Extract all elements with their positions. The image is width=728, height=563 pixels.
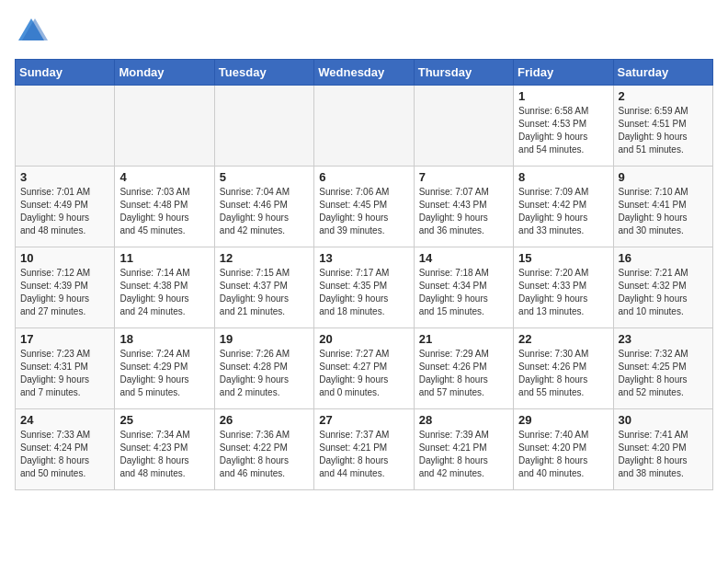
day-number: 8 bbox=[518, 170, 608, 184]
day-number: 11 bbox=[119, 251, 209, 265]
calendar-week-row: 17Sunrise: 7:23 AM Sunset: 4:31 PM Dayli… bbox=[16, 328, 713, 409]
calendar-cell: 29Sunrise: 7:40 AM Sunset: 4:20 PM Dayli… bbox=[514, 409, 613, 490]
day-number: 5 bbox=[220, 170, 309, 184]
day-info: Sunrise: 7:06 AM Sunset: 4:45 PM Dayligh… bbox=[319, 186, 408, 237]
day-number: 6 bbox=[319, 170, 408, 184]
day-number: 17 bbox=[20, 332, 109, 346]
calendar-week-row: 24Sunrise: 7:33 AM Sunset: 4:24 PM Dayli… bbox=[16, 409, 713, 490]
day-info: Sunrise: 7:29 AM Sunset: 4:26 PM Dayligh… bbox=[419, 348, 508, 399]
calendar-cell: 27Sunrise: 7:37 AM Sunset: 4:21 PM Dayli… bbox=[314, 409, 414, 490]
day-info: Sunrise: 7:32 AM Sunset: 4:25 PM Dayligh… bbox=[619, 348, 708, 399]
calendar-cell: 10Sunrise: 7:12 AM Sunset: 4:39 PM Dayli… bbox=[16, 247, 115, 328]
day-info: Sunrise: 7:01 AM Sunset: 4:49 PM Dayligh… bbox=[20, 186, 109, 237]
day-number: 26 bbox=[220, 413, 309, 427]
calendar-cell bbox=[16, 86, 115, 167]
day-info: Sunrise: 7:14 AM Sunset: 4:38 PM Dayligh… bbox=[119, 267, 209, 318]
calendar-cell: 21Sunrise: 7:29 AM Sunset: 4:26 PM Dayli… bbox=[414, 328, 513, 409]
day-info: Sunrise: 6:59 AM Sunset: 4:51 PM Dayligh… bbox=[619, 105, 708, 156]
day-number: 21 bbox=[419, 332, 508, 346]
calendar-cell: 22Sunrise: 7:30 AM Sunset: 4:26 PM Dayli… bbox=[514, 328, 613, 409]
calendar-cell: 2Sunrise: 6:59 AM Sunset: 4:51 PM Daylig… bbox=[613, 86, 712, 167]
day-info: Sunrise: 7:17 AM Sunset: 4:35 PM Dayligh… bbox=[319, 267, 408, 318]
calendar-cell: 24Sunrise: 7:33 AM Sunset: 4:24 PM Dayli… bbox=[16, 409, 115, 490]
day-number: 27 bbox=[319, 413, 408, 427]
day-number: 2 bbox=[619, 89, 708, 103]
day-info: Sunrise: 7:24 AM Sunset: 4:29 PM Dayligh… bbox=[119, 348, 209, 399]
day-number: 13 bbox=[319, 251, 408, 265]
calendar-cell: 5Sunrise: 7:04 AM Sunset: 4:46 PM Daylig… bbox=[214, 167, 313, 247]
calendar-table: SundayMondayTuesdayWednesdayThursdayFrid… bbox=[15, 59, 713, 490]
logo bbox=[15, 15, 51, 48]
day-info: Sunrise: 7:37 AM Sunset: 4:21 PM Dayligh… bbox=[319, 429, 408, 480]
day-info: Sunrise: 7:40 AM Sunset: 4:20 PM Dayligh… bbox=[518, 429, 608, 480]
calendar-cell: 12Sunrise: 7:15 AM Sunset: 4:37 PM Dayli… bbox=[214, 247, 313, 328]
calendar-cell: 25Sunrise: 7:34 AM Sunset: 4:23 PM Dayli… bbox=[115, 409, 214, 490]
day-info: Sunrise: 7:34 AM Sunset: 4:23 PM Dayligh… bbox=[119, 429, 209, 480]
day-info: Sunrise: 7:39 AM Sunset: 4:21 PM Dayligh… bbox=[419, 429, 508, 480]
day-number: 25 bbox=[119, 413, 209, 427]
calendar-cell: 11Sunrise: 7:14 AM Sunset: 4:38 PM Dayli… bbox=[115, 247, 214, 328]
calendar-cell: 19Sunrise: 7:26 AM Sunset: 4:28 PM Dayli… bbox=[214, 328, 313, 409]
day-number: 22 bbox=[518, 332, 608, 346]
calendar-cell: 13Sunrise: 7:17 AM Sunset: 4:35 PM Dayli… bbox=[314, 247, 414, 328]
day-info: Sunrise: 7:41 AM Sunset: 4:20 PM Dayligh… bbox=[619, 429, 708, 480]
day-info: Sunrise: 7:15 AM Sunset: 4:37 PM Dayligh… bbox=[220, 267, 309, 318]
calendar-cell: 26Sunrise: 7:36 AM Sunset: 4:22 PM Dayli… bbox=[214, 409, 313, 490]
weekday-header-friday: Friday bbox=[514, 60, 613, 86]
weekday-header-thursday: Thursday bbox=[414, 60, 513, 86]
calendar-cell: 6Sunrise: 7:06 AM Sunset: 4:45 PM Daylig… bbox=[314, 167, 414, 247]
calendar-cell: 23Sunrise: 7:32 AM Sunset: 4:25 PM Dayli… bbox=[613, 328, 712, 409]
day-info: Sunrise: 7:09 AM Sunset: 4:42 PM Dayligh… bbox=[518, 186, 608, 237]
weekday-header-sunday: Sunday bbox=[16, 60, 115, 86]
calendar-cell: 1Sunrise: 6:58 AM Sunset: 4:53 PM Daylig… bbox=[514, 86, 613, 167]
calendar-week-row: 3Sunrise: 7:01 AM Sunset: 4:49 PM Daylig… bbox=[16, 167, 713, 247]
day-number: 7 bbox=[419, 170, 508, 184]
day-number: 1 bbox=[518, 89, 608, 103]
day-info: Sunrise: 7:10 AM Sunset: 4:41 PM Dayligh… bbox=[619, 186, 708, 237]
logo-icon bbox=[15, 15, 48, 48]
calendar-cell: 18Sunrise: 7:24 AM Sunset: 4:29 PM Dayli… bbox=[115, 328, 214, 409]
calendar-cell: 14Sunrise: 7:18 AM Sunset: 4:34 PM Dayli… bbox=[414, 247, 513, 328]
calendar-cell: 30Sunrise: 7:41 AM Sunset: 4:20 PM Dayli… bbox=[613, 409, 712, 490]
day-info: Sunrise: 7:12 AM Sunset: 4:39 PM Dayligh… bbox=[20, 267, 109, 318]
day-info: Sunrise: 7:26 AM Sunset: 4:28 PM Dayligh… bbox=[220, 348, 309, 399]
calendar-cell: 28Sunrise: 7:39 AM Sunset: 4:21 PM Dayli… bbox=[414, 409, 513, 490]
calendar-cell bbox=[214, 86, 313, 167]
day-number: 15 bbox=[518, 251, 608, 265]
day-number: 24 bbox=[20, 413, 109, 427]
day-number: 14 bbox=[419, 251, 508, 265]
day-number: 3 bbox=[20, 170, 109, 184]
day-info: Sunrise: 7:27 AM Sunset: 4:27 PM Dayligh… bbox=[319, 348, 408, 399]
day-number: 23 bbox=[619, 332, 708, 346]
day-info: Sunrise: 7:21 AM Sunset: 4:32 PM Dayligh… bbox=[619, 267, 708, 318]
calendar-cell: 8Sunrise: 7:09 AM Sunset: 4:42 PM Daylig… bbox=[514, 167, 613, 247]
day-info: Sunrise: 6:58 AM Sunset: 4:53 PM Dayligh… bbox=[518, 105, 608, 156]
day-number: 10 bbox=[20, 251, 109, 265]
calendar-cell: 20Sunrise: 7:27 AM Sunset: 4:27 PM Dayli… bbox=[314, 328, 414, 409]
day-number: 4 bbox=[119, 170, 209, 184]
calendar-cell bbox=[414, 86, 513, 167]
day-info: Sunrise: 7:03 AM Sunset: 4:48 PM Dayligh… bbox=[119, 186, 209, 237]
day-info: Sunrise: 7:30 AM Sunset: 4:26 PM Dayligh… bbox=[518, 348, 608, 399]
day-number: 20 bbox=[319, 332, 408, 346]
day-number: 9 bbox=[619, 170, 708, 184]
day-number: 16 bbox=[619, 251, 708, 265]
weekday-header-monday: Monday bbox=[115, 60, 214, 86]
day-info: Sunrise: 7:04 AM Sunset: 4:46 PM Dayligh… bbox=[220, 186, 309, 237]
calendar-cell: 9Sunrise: 7:10 AM Sunset: 4:41 PM Daylig… bbox=[613, 167, 712, 247]
day-info: Sunrise: 7:07 AM Sunset: 4:43 PM Dayligh… bbox=[419, 186, 508, 237]
calendar-cell: 7Sunrise: 7:07 AM Sunset: 4:43 PM Daylig… bbox=[414, 167, 513, 247]
calendar-cell: 4Sunrise: 7:03 AM Sunset: 4:48 PM Daylig… bbox=[115, 167, 214, 247]
day-number: 18 bbox=[119, 332, 209, 346]
calendar-header-row: SundayMondayTuesdayWednesdayThursdayFrid… bbox=[16, 60, 713, 86]
day-number: 28 bbox=[419, 413, 508, 427]
weekday-header-tuesday: Tuesday bbox=[214, 60, 313, 86]
day-number: 19 bbox=[220, 332, 309, 346]
day-info: Sunrise: 7:33 AM Sunset: 4:24 PM Dayligh… bbox=[20, 429, 109, 480]
day-info: Sunrise: 7:23 AM Sunset: 4:31 PM Dayligh… bbox=[20, 348, 109, 399]
weekday-header-wednesday: Wednesday bbox=[314, 60, 414, 86]
calendar-cell bbox=[314, 86, 414, 167]
calendar-cell: 16Sunrise: 7:21 AM Sunset: 4:32 PM Dayli… bbox=[613, 247, 712, 328]
calendar-cell bbox=[115, 86, 214, 167]
weekday-header-saturday: Saturday bbox=[613, 60, 712, 86]
